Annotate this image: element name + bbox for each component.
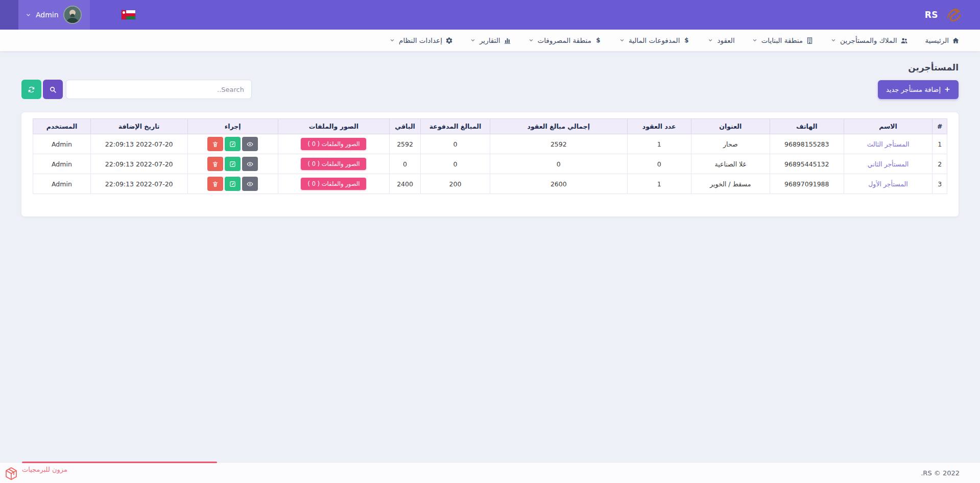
add-tenant-button[interactable]: إضافة مستأجر جديد [878,80,959,99]
nav-item-label: الرئيسية [925,36,949,44]
user-menu-label: Admin [36,11,59,19]
brand-logo-icon [943,4,965,26]
top-header: Admin RS [0,0,980,30]
view-button[interactable] [242,177,258,191]
nav-item-label: التقارير [480,36,500,44]
amount-remaining: 0 [390,154,421,174]
edit-button[interactable] [225,157,241,171]
files-button[interactable]: الصور والملفات ( 0 ) [301,158,366,170]
table-body: 1 المستأجر الثالث 96898155283 صحار 1 259… [33,134,947,194]
contracts-count: 1 [627,134,691,154]
nav-item-label: منطقة المصروفات [538,36,591,44]
dollar-icon: $ [594,37,602,44]
tenant-address: غلا الصناعية [691,154,770,174]
company-logo-icon [4,466,19,481]
search-icon [49,86,57,93]
nav-item-buildings-area[interactable]: منطقة البنايات [752,36,814,44]
edit-icon [229,141,236,148]
created-by-user: Admin [33,134,91,154]
column-header: # [933,119,947,134]
amount-paid: 0 [421,154,490,174]
footer: مزون للبرمجيات .RS © 2022 [0,462,980,483]
avatar [63,6,82,24]
nav-item-label: المدفوعات المالية [629,36,680,44]
footer-accent-line [22,462,217,463]
app-root: Admin RS الرئيسيةالملاك والمستأجرينمنطقة… [0,0,980,216]
page-title: المستأجرين [21,62,959,73]
user-menu[interactable]: Admin [18,0,90,30]
search-input[interactable] [66,80,252,99]
view-button[interactable] [242,157,258,171]
nav-item-label: الملاك والمستأجرين [840,36,897,44]
contracts-count: 0 [627,154,691,174]
search-button[interactable] [43,80,63,99]
column-header: الهاتف [770,119,844,134]
nav-item-contracts[interactable]: العقود [708,36,734,44]
eye-icon [247,161,253,167]
table-card: #الاسمالهاتفالعنوانعدد العقودإجمالي مبال… [21,112,959,216]
chevron-down-icon [752,38,757,43]
files-button[interactable]: الصور والملفات ( 0 ) [301,178,366,190]
table-header-row: #الاسمالهاتفالعنوانعدد العقودإجمالي مبال… [33,119,947,134]
edit-icon [229,181,236,187]
nav-item-financial-payments[interactable]: $المدفوعات المالية [619,36,691,44]
column-header: الصور والملفات [278,119,389,134]
column-header: العنوان [691,119,770,134]
refresh-button[interactable] [21,80,41,99]
plus-icon [944,86,950,92]
chevron-down-icon [470,38,475,43]
view-button[interactable] [242,137,258,151]
users-icon [900,37,908,44]
main-nav: الرئيسيةالملاك والمستأجرينمنطقة البنايات… [0,30,980,51]
copyright-text: .RS © 2022 [921,469,960,477]
created-by-user: Admin [33,154,91,174]
oman-flag-icon[interactable] [122,10,135,19]
chevron-down-icon [708,38,713,43]
chevron-down-icon [619,38,625,43]
files-button[interactable]: الصور والملفات ( 0 ) [301,138,366,150]
chevron-down-icon [26,12,31,18]
nav-item-owners-tenants[interactable]: الملاك والمستأجرين [831,36,907,44]
nav-item-home[interactable]: الرئيسية [925,36,960,44]
created-date: 22:09:13 2022-07-20 [105,140,173,148]
delete-button[interactable] [207,177,223,191]
chevron-down-icon [831,38,836,43]
nav-item-reports[interactable]: التقارير [470,36,511,44]
nav-item-system-settings[interactable]: إعدادات النظام [390,36,453,44]
edit-button[interactable] [225,177,241,191]
tenant-name-link[interactable]: المستأجر الثالث [867,140,910,148]
toolbar: إضافة مستأجر جديد [21,80,959,99]
refresh-icon [28,86,35,93]
delete-button[interactable] [207,157,223,171]
created-by-user: Admin [33,174,91,194]
home-icon [952,37,960,44]
edit-button[interactable] [225,137,241,151]
column-header: الاسم [844,119,933,134]
nav-item-expenses-area[interactable]: $منطقة المصروفات [529,36,602,44]
tenant-address: صحار [691,134,770,154]
column-header: تاريخ الإضافة [90,119,187,134]
tenant-address: مسقط / الخوير [691,174,770,194]
chart-icon [504,37,511,44]
row-actions [207,177,258,191]
nav-item-label: إعدادات النظام [399,36,442,44]
trash-icon [212,161,219,167]
gear-icon [445,37,453,44]
row-index: 1 [933,134,947,154]
amount-remaining: 2400 [390,174,421,194]
tenant-name-link[interactable]: المستأجر الثاني [868,160,909,168]
row-index: 2 [933,154,947,174]
tenant-name-link[interactable]: المستأجر الأول [868,180,908,188]
row-index: 3 [933,174,947,194]
column-header: الباقي [390,119,421,134]
delete-button[interactable] [207,137,223,151]
table-row: 3 المستأجر الأول 96897091988 مسقط / الخو… [33,174,947,194]
tenant-phone: 96897091988 [770,174,844,194]
brand-text: RS [925,10,938,20]
column-header: عدد العقود [627,119,691,134]
contracts-total-amount: 2592 [490,134,628,154]
company-link[interactable]: مزون للبرمجيات [22,466,67,473]
footer-left-group: مزون للبرمجيات [0,463,67,483]
table-row: 1 المستأجر الثالث 96898155283 صحار 1 259… [33,134,947,154]
table-row: 2 المستأجر الثاني 96895445132 غلا الصناع… [33,154,947,174]
